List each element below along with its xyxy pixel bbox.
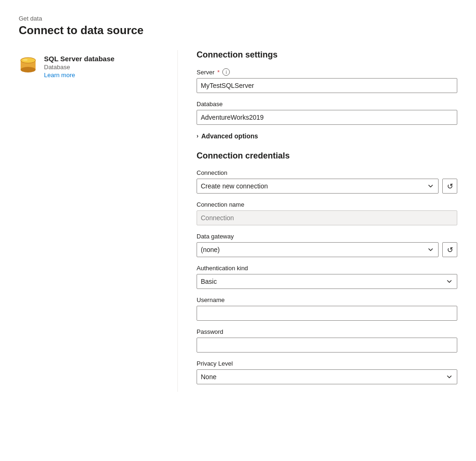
data-gateway-refresh-button[interactable]: ↺: [442, 242, 457, 257]
connection-name-form-group: Connection name: [197, 201, 457, 225]
password-input[interactable]: [197, 338, 457, 353]
connection-settings-section: Connection settings Server * i Database: [197, 50, 457, 140]
password-form-group: Password: [197, 328, 457, 353]
svg-point-5: [23, 59, 28, 61]
sql-server-icon: [19, 56, 37, 74]
connection-select[interactable]: Create new connection: [197, 179, 439, 194]
data-gateway-dropdown-wrapper: (none) ↺: [197, 242, 457, 257]
advanced-options-toggle[interactable]: › Advanced options: [197, 132, 457, 140]
privacy-level-label: Privacy Level: [197, 360, 457, 367]
chevron-right-icon: ›: [197, 133, 198, 139]
left-panel: SQL Server database Database Learn more: [19, 50, 178, 392]
auth-kind-label: Authentication kind: [197, 265, 457, 272]
auth-kind-form-group: Authentication kind Basic Windows Micros…: [197, 265, 457, 289]
password-label: Password: [197, 328, 457, 335]
data-gateway-form-group: Data gateway (none) ↺: [197, 233, 457, 257]
connection-label: Connection: [197, 169, 457, 176]
server-input[interactable]: [197, 78, 457, 93]
database-label: Database: [197, 101, 457, 108]
database-input[interactable]: [197, 110, 457, 125]
privacy-level-select[interactable]: None Public Organizational Private: [197, 369, 457, 384]
datasource-card: SQL Server database Database Learn more: [19, 50, 162, 83]
datasource-name: SQL Server database: [44, 55, 115, 63]
connection-form-group: Connection Create new connection ↺: [197, 169, 457, 194]
page-title: Connect to data source: [19, 24, 457, 37]
username-label: Username: [197, 296, 457, 303]
username-input[interactable]: [197, 306, 457, 321]
required-star: *: [217, 69, 220, 76]
datasource-info: SQL Server database Database Learn more: [44, 55, 115, 79]
refresh-icon: ↺: [447, 182, 453, 191]
connection-refresh-button[interactable]: ↺: [442, 179, 457, 194]
connection-credentials-title: Connection credentials: [197, 151, 457, 161]
connection-credentials-section: Connection credentials Connection Create…: [197, 151, 457, 384]
page-subtitle: Get data: [19, 15, 457, 22]
connection-name-label: Connection name: [197, 201, 457, 208]
svg-point-2: [21, 67, 36, 72]
privacy-level-form-group: Privacy Level None Public Organizational…: [197, 360, 457, 384]
data-gateway-select[interactable]: (none): [197, 242, 439, 257]
username-form-group: Username: [197, 296, 457, 321]
right-panel: Connection settings Server * i Database: [178, 50, 457, 392]
server-info-icon[interactable]: i: [222, 68, 230, 76]
database-form-group: Database: [197, 101, 457, 125]
datasource-type: Database: [44, 64, 115, 71]
connection-settings-title: Connection settings: [197, 50, 457, 60]
connection-dropdown-wrapper: Create new connection ↺: [197, 179, 457, 194]
connection-name-input[interactable]: [197, 210, 457, 225]
auth-kind-select[interactable]: Basic Windows Microsoft account Service …: [197, 274, 457, 289]
server-form-group: Server * i: [197, 68, 457, 93]
server-label: Server * i: [197, 68, 457, 76]
data-gateway-label: Data gateway: [197, 233, 457, 240]
refresh-icon-2: ↺: [447, 245, 453, 254]
learn-more-link[interactable]: Learn more: [44, 72, 115, 79]
